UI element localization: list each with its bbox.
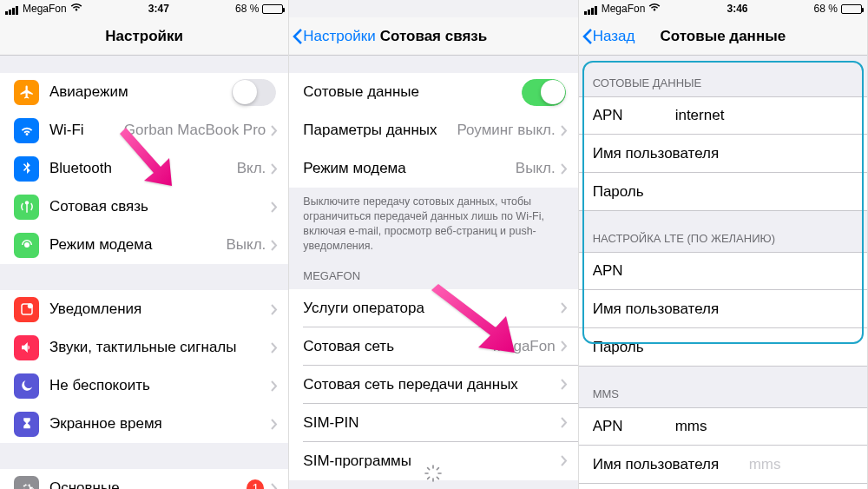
chevron-right-icon <box>561 455 568 466</box>
field-label: APN <box>593 262 675 280</box>
section-footer: Выключите передачу сотовых данных, чтобы… <box>289 188 577 264</box>
cell-data-network[interactable]: Сотовая сеть передачи данных <box>289 366 577 404</box>
badge-count: 1 <box>247 479 264 489</box>
settings-root: MegaFon 3:47 68 % Настройки Авиарежим Wi… <box>0 0 289 489</box>
field-value[interactable]: internet <box>675 107 853 124</box>
airplane-switch[interactable] <box>232 79 276 106</box>
field-placeholder[interactable]: mms <box>749 456 853 473</box>
status-right <box>569 3 572 15</box>
cell-label: Звуки, тактильные сигналы <box>49 339 271 356</box>
field-apn[interactable]: APN mms <box>579 407 867 446</box>
nav-back-button[interactable]: Назад <box>582 28 635 45</box>
chevron-right-icon <box>271 419 278 430</box>
cell-network[interactable]: Сотовая сеть MegaFon <box>289 327 577 366</box>
cell-label: Сотовые данные <box>303 83 521 101</box>
cell-label: Bluetooth <box>49 160 237 177</box>
cell-data-options[interactable]: Параметры данных Роуминг выкл. <box>289 111 577 149</box>
cell-carrier-services[interactable]: Услуги оператора <box>289 289 577 327</box>
cell-label: Сотовая связь <box>49 198 271 215</box>
field-apn[interactable]: APN <box>579 252 867 290</box>
nav-title: Настройки <box>105 28 183 45</box>
field-label: Пароль <box>593 339 749 356</box>
airplane-icon <box>14 80 39 105</box>
settings-content[interactable]: Авиарежим Wi-Fi Gorban MacBook Pro Bluet… <box>0 56 288 489</box>
field-password[interactable]: Пароль ●●● <box>579 484 867 489</box>
cell-dnd[interactable]: Не беспокоить <box>0 367 288 405</box>
cell-sim-pin[interactable]: SIM-PIN <box>289 404 577 442</box>
cell-hotspot[interactable]: Режим модема Выкл. <box>0 226 288 264</box>
field-apn[interactable]: APN internet <box>579 96 867 135</box>
field-username[interactable]: Имя пользователя <box>579 135 867 173</box>
battery-icon <box>841 4 862 14</box>
carrier-label: MegaFon <box>602 3 646 15</box>
cellular-content[interactable]: Сотовые данные Параметры данных Роуминг … <box>289 56 577 489</box>
cell-detail: Выкл. <box>226 236 266 254</box>
moon-icon <box>14 373 39 399</box>
cell-notifications[interactable]: Уведомления <box>0 290 288 328</box>
cell-cellular[interactable]: Сотовая связь <box>0 188 288 226</box>
cell-general[interactable]: Основные 1 <box>0 469 288 489</box>
battery-icon <box>262 4 283 14</box>
status-right: 68 % <box>235 3 283 15</box>
nav-bar: Назад Сотовые данные <box>579 17 867 56</box>
signal-icon <box>5 3 19 15</box>
status-time: 3:47 <box>148 3 169 15</box>
signal-icon <box>584 3 598 15</box>
chevron-right-icon <box>271 304 278 315</box>
cell-wifi[interactable]: Wi-Fi Gorban MacBook Pro <box>0 111 288 149</box>
status-bar <box>289 0 577 17</box>
cell-label: SIM-PIN <box>303 414 560 432</box>
notifications-icon <box>14 297 39 322</box>
carrier-label: MegaFon <box>23 3 67 15</box>
cell-label: Режим модема <box>303 160 515 177</box>
chevron-right-icon <box>271 240 278 251</box>
chevron-right-icon <box>271 163 278 175</box>
field-username[interactable]: Имя пользователя <box>579 290 867 328</box>
cell-label: Экранное время <box>49 415 271 433</box>
wifi-icon <box>14 118 39 143</box>
status-left <box>294 3 297 15</box>
cell-cellular-data[interactable]: Сотовые данные <box>289 73 577 111</box>
cell-label: Уведомления <box>49 301 271 318</box>
nav-back-button[interactable]: Настройки <box>293 28 375 45</box>
cell-label: Параметры данных <box>303 122 457 139</box>
field-password[interactable]: Пароль <box>579 173 867 211</box>
battery-percent: 68 % <box>235 3 259 15</box>
cell-label: Авиарежим <box>49 83 232 101</box>
field-password[interactable]: Пароль <box>579 328 867 367</box>
cell-label: Сотовая сеть передачи данных <box>303 376 560 393</box>
cell-detail: Вкл. <box>237 160 266 177</box>
battery-percent: 68 % <box>814 3 838 15</box>
cell-bluetooth[interactable]: Bluetooth Вкл. <box>0 149 288 188</box>
chevron-right-icon <box>561 302 568 314</box>
cell-detail: Роуминг выкл. <box>457 122 555 139</box>
hourglass-icon <box>14 412 39 437</box>
cell-airplane[interactable]: Авиарежим <box>0 73 288 111</box>
nav-bar: Настройки Сотовая связь <box>289 17 577 56</box>
nav-bar: Настройки <box>0 17 288 56</box>
field-label: Имя пользователя <box>593 145 749 162</box>
cellular-data-switch[interactable] <box>522 79 566 106</box>
section-header: НАСТРОЙКА LTE (ПО ЖЕЛАНИЮ) <box>579 211 867 252</box>
nav-back-label: Настройки <box>303 28 375 45</box>
field-username[interactable]: Имя пользователя mms <box>579 446 867 484</box>
cell-detail: MegaFon <box>493 338 556 355</box>
loading-spinner-icon <box>424 465 442 482</box>
bluetooth-icon <box>14 156 39 182</box>
field-value[interactable]: mms <box>675 418 853 435</box>
cellular-data-content[interactable]: СОТОВЫЕ ДАННЫЕ APN internet Имя пользова… <box>579 56 867 489</box>
section-header: MEGAFON <box>289 264 577 289</box>
svg-line-10 <box>428 468 430 470</box>
cell-screentime[interactable]: Экранное время <box>0 405 288 443</box>
chevron-right-icon <box>271 342 278 354</box>
cell-detail: Gorban MacBook Pro <box>124 122 266 139</box>
cell-label: Wi-Fi <box>49 122 124 139</box>
cell-label: Основные <box>49 479 247 489</box>
hotspot-icon <box>14 233 39 258</box>
status-right: 68 % <box>814 3 862 15</box>
cell-hotspot[interactable]: Режим модема Выкл. <box>289 149 577 188</box>
section-header: MMS <box>579 367 867 407</box>
cell-label: Режим модема <box>49 236 226 254</box>
svg-line-13 <box>437 468 439 470</box>
cell-sounds[interactable]: Звуки, тактильные сигналы <box>0 328 288 367</box>
